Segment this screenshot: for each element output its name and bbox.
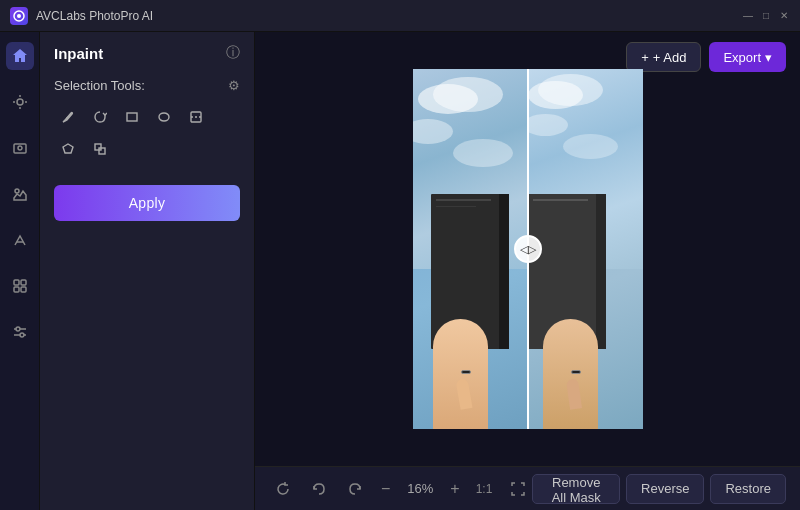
fit-screen-button[interactable] [504, 475, 532, 503]
svg-rect-13 [14, 287, 19, 292]
rect-tool-btn[interactable] [118, 103, 146, 131]
apply-section: Apply [40, 171, 254, 235]
icon-sidebar [0, 32, 40, 510]
image-container: ◁▷ [413, 69, 643, 429]
zoom-plus-button[interactable]: + [446, 480, 463, 498]
maximize-button[interactable]: □ [760, 10, 772, 22]
expand-tool-btn[interactable] [86, 135, 114, 163]
zoom-level-display: 16% [402, 481, 438, 496]
panel-title: Inpaint [54, 45, 103, 62]
svg-rect-14 [21, 287, 26, 292]
toolbar-left: − 16% + 1:1 [269, 475, 532, 503]
poly-tool-btn[interactable] [54, 135, 82, 163]
svg-rect-20 [127, 113, 137, 121]
title-bar-left: AVCLabs PhotoPro AI [10, 7, 153, 25]
apply-button[interactable]: Apply [54, 185, 240, 221]
reverse-button[interactable]: Reverse [626, 474, 704, 504]
app-title: AVCLabs PhotoPro AI [36, 9, 153, 23]
selection-tools-header: Selection Tools: ⚙ [54, 78, 240, 93]
svg-rect-12 [21, 280, 26, 285]
svg-point-1 [17, 14, 21, 18]
svg-point-17 [16, 327, 20, 331]
zoom-minus-button[interactable]: − [377, 480, 394, 498]
svg-point-21 [159, 113, 169, 121]
window-controls: — □ ✕ [742, 10, 790, 22]
svg-point-18 [20, 333, 24, 337]
svg-rect-11 [14, 280, 19, 285]
svg-point-8 [18, 146, 22, 150]
app-icon [10, 7, 28, 25]
zoom-reset-button[interactable]: 1:1 [472, 480, 497, 498]
panel-header: Inpaint ⓘ [40, 32, 254, 70]
svg-rect-24 [95, 144, 101, 150]
tools-grid [54, 103, 240, 163]
lasso-tool-btn[interactable] [86, 103, 114, 131]
sidebar-item-adjust[interactable] [6, 318, 34, 346]
info-icon[interactable]: ⓘ [226, 44, 240, 62]
image-before [413, 69, 528, 429]
toolbar-right: Remove All Mask Reverse Restore [532, 474, 786, 504]
minimize-button[interactable]: — [742, 10, 754, 22]
bottom-toolbar: − 16% + 1:1 Remove All Mask Reverse Rest… [255, 466, 800, 510]
settings-icon[interactable]: ⚙ [228, 78, 240, 93]
sidebar-item-retouch[interactable] [6, 226, 34, 254]
remove-all-mask-button[interactable]: Remove All Mask [532, 474, 620, 504]
select-tool-btn[interactable] [182, 103, 210, 131]
pen-tool-btn[interactable] [54, 103, 82, 131]
divider-handle[interactable]: ◁▷ [514, 235, 542, 263]
sidebar-item-inpaint[interactable] [6, 180, 34, 208]
image-after [528, 69, 643, 429]
close-button[interactable]: ✕ [778, 10, 790, 22]
sidebar-item-color[interactable] [6, 272, 34, 300]
redo-button[interactable] [341, 475, 369, 503]
svg-point-2 [17, 99, 23, 105]
refresh-button[interactable] [269, 475, 297, 503]
undo-button[interactable] [305, 475, 333, 503]
selection-tools-label: Selection Tools: [54, 78, 145, 93]
title-bar: AVCLabs PhotoPro AI — □ ✕ [0, 0, 800, 32]
main-layout: Inpaint ⓘ Selection Tools: ⚙ [0, 32, 800, 510]
left-panel: Inpaint ⓘ Selection Tools: ⚙ [40, 32, 255, 510]
canvas-area: + + Add Export ▾ [255, 32, 800, 510]
canvas-content[interactable]: ◁▷ [255, 32, 800, 466]
sidebar-item-remove[interactable] [6, 134, 34, 162]
ellipse-tool-btn[interactable] [150, 103, 178, 131]
svg-rect-25 [99, 148, 105, 154]
restore-button[interactable]: Restore [710, 474, 786, 504]
svg-point-9 [15, 189, 19, 193]
selection-tools-section: Selection Tools: ⚙ [40, 70, 254, 171]
sidebar-item-enhance[interactable] [6, 88, 34, 116]
sidebar-item-home[interactable] [6, 42, 34, 70]
